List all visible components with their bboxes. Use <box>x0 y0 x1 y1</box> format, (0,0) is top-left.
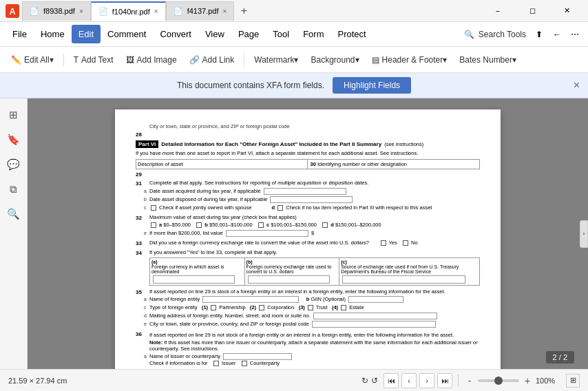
menu-convert[interactable]: Convert <box>153 25 198 43</box>
document-scroll[interactable]: City or town, state or province, and ZIP… <box>28 98 588 369</box>
next-page-button[interactable]: › <box>419 373 434 388</box>
checkbox-35c4[interactable] <box>341 305 346 310</box>
checkbox-35c1[interactable] <box>211 305 216 310</box>
label-35e: e <box>144 321 151 326</box>
new-tab-button[interactable]: + <box>234 1 253 21</box>
checkbox-31d[interactable] <box>277 205 283 211</box>
document-area: City or town, state or province, and ZIP… <box>28 98 588 369</box>
add-link-icon: 🔗 <box>189 55 200 65</box>
rotate-ccw-icon[interactable]: ↺ <box>371 376 378 385</box>
layers-panel-icon[interactable]: ⧉ <box>3 178 25 200</box>
add-link-button[interactable]: 🔗 Add Link <box>184 52 240 67</box>
svg-text:A: A <box>10 7 16 17</box>
xfa-close-button[interactable]: × <box>574 79 580 92</box>
window-controls: − ◻ ✕ <box>482 0 582 22</box>
tab-f1040nr[interactable]: 📄 f1040nr.pdf × <box>91 1 166 21</box>
bookmarks-panel-icon[interactable]: 🔖 <box>3 129 25 151</box>
text-31c: Check if asset jointly owned with spouse… <box>149 204 480 211</box>
text-32-options: a $0–$50,000 b $50,001–$100,000 c $100,0… <box>149 222 480 229</box>
label-35d: d <box>144 313 151 318</box>
tab-label-f4137: f4137.pdf <box>187 7 219 15</box>
restore-button[interactable]: ◻ <box>516 0 548 22</box>
checkbox-35c2[interactable] <box>259 305 264 310</box>
checkbox-no-33[interactable] <box>403 240 408 246</box>
menu-comment[interactable]: Comment <box>101 25 153 43</box>
last-page-button[interactable]: ⏭ <box>437 373 452 388</box>
zoom-out-button[interactable]: - <box>464 375 475 386</box>
checkbox-32b[interactable] <box>196 222 202 228</box>
text-32e: If more than $200,000, list value $ <box>149 230 480 237</box>
checkbox-issuer[interactable] <box>213 361 219 366</box>
forward-button[interactable]: ⋯ <box>567 27 582 42</box>
edit-all-button[interactable]: ✏️ Edit All▾ <box>6 52 59 67</box>
zoom-slider[interactable] <box>478 379 519 382</box>
watermark-button[interactable]: Watermark▾ <box>249 52 304 67</box>
title-bar: A 📄 f8938.pdf × 📄 f1040nr.pdf × 📄 f4137.… <box>0 0 588 22</box>
add-image-button[interactable]: 🖼 Add Image <box>120 52 182 67</box>
background-label: Background▾ <box>311 55 359 65</box>
line-32-options: a $0–$50,000 b $50,001–$100,000 c $100,0… <box>136 222 480 229</box>
zoom-area: - + 100% <box>464 375 560 386</box>
checkbox-35c3[interactable] <box>308 305 313 310</box>
section-33: 33 Did you use a foreign currency exchan… <box>136 240 480 246</box>
zoom-in-button[interactable]: + <box>522 375 533 386</box>
section-35: 35 If asset reported on line 29 is stock… <box>136 288 480 328</box>
menu-protect[interactable]: Protect <box>330 25 372 43</box>
tab-f8938[interactable]: 📄 f8938.pdf × <box>22 1 91 21</box>
tab-icon-f4137: 📄 <box>174 7 183 16</box>
right-expand-button[interactable]: › <box>580 220 588 248</box>
bates-number-label: Bates Number▾ <box>459 55 516 65</box>
section-31: 31 Complete all that apply. See instruct… <box>136 180 480 211</box>
menu-form[interactable]: Form <box>296 25 330 43</box>
pages-panel-icon[interactable]: ⊞ <box>3 104 25 126</box>
tab-f4137[interactable]: 📄 f4137.pdf × <box>166 1 235 21</box>
col-34c: (c) Source of exchange rate used if not … <box>339 258 479 285</box>
row-29-label: 29 <box>136 171 480 178</box>
search-panel-icon[interactable]: 🔍 <box>3 203 25 225</box>
line-31a: a Date asset acquired during tax year, i… <box>136 188 480 195</box>
first-page-button[interactable]: ⏮ <box>384 373 399 388</box>
menu-edit[interactable]: Edit <box>72 25 101 43</box>
xfa-banner: This document contains XFA form fields. … <box>0 73 588 98</box>
tab-close-f1040nr[interactable]: × <box>154 8 158 15</box>
fit-page-button[interactable]: ⊞ <box>566 374 580 388</box>
tab-close-f8938[interactable]: × <box>79 8 83 15</box>
add-link-label: Add Link <box>202 55 235 65</box>
label-35: 35 <box>136 289 144 295</box>
checkbox-counterparty[interactable] <box>242 361 247 366</box>
background-button[interactable]: Background▾ <box>306 52 365 67</box>
back-button[interactable]: ← <box>549 27 565 42</box>
desc-id-row: Description of asset 30 Identifying numb… <box>136 159 480 169</box>
form-title: Detailed Information for Each "Other For… <box>161 141 381 147</box>
add-text-button[interactable]: T Add Text <box>68 52 119 67</box>
checkbox-32c[interactable] <box>258 222 264 228</box>
toolbar-divider-1 <box>63 53 64 67</box>
search-tools-button[interactable]: 🔍 Search Tools <box>464 30 526 39</box>
share-button[interactable]: ⬆ <box>532 27 547 42</box>
checkbox-31c[interactable] <box>151 205 156 211</box>
tab-label-f8938: f8938.pdf <box>43 7 75 15</box>
menu-view[interactable]: View <box>198 25 231 43</box>
tab-close-f4137[interactable]: × <box>223 8 227 15</box>
left-panel: ⊞ 🔖 💬 ⧉ 🔍 <box>0 98 28 369</box>
toolbar: ✏️ Edit All▾ T Add Text 🖼 Add Image 🔗 Ad… <box>0 47 588 73</box>
bates-number-button[interactable]: Bates Number▾ <box>454 52 522 67</box>
menu-home[interactable]: Home <box>34 25 72 43</box>
rotate-cw-icon[interactable]: ↻ <box>361 376 368 385</box>
checkbox-yes-33[interactable] <box>381 240 386 246</box>
menu-page[interactable]: Page <box>231 25 266 43</box>
label-31c: c <box>144 205 151 210</box>
close-button[interactable]: ✕ <box>551 0 582 22</box>
comments-panel-icon[interactable]: 💬 <box>3 154 25 176</box>
menu-file[interactable]: File <box>6 25 34 43</box>
header-footer-button[interactable]: ▤ Header & Footer▾ <box>366 52 453 67</box>
menu-tool[interactable]: Tool <box>266 25 296 43</box>
checkbox-32d[interactable] <box>322 222 328 228</box>
highlight-fields-button[interactable]: Highlight Fields <box>333 77 411 94</box>
line-35c: c Type of foreign entity (1) Partnership… <box>136 304 480 311</box>
minimize-button[interactable]: − <box>482 0 514 22</box>
checkbox-32a[interactable] <box>151 222 156 228</box>
prev-page-button[interactable]: ‹ <box>401 373 417 388</box>
search-icon: 🔍 <box>464 30 474 39</box>
section-36: 36 If asset reported on line 29 is not s… <box>136 330 480 369</box>
